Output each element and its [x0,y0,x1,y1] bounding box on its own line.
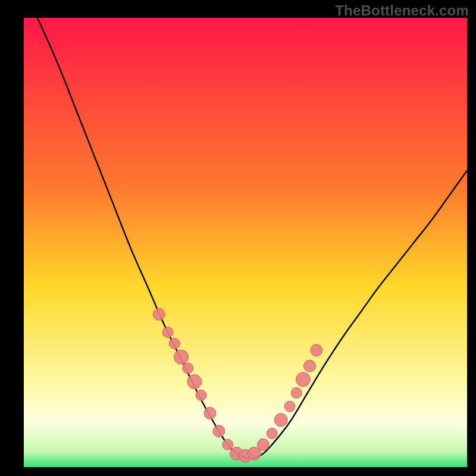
marker-point [311,345,322,356]
marker-point [257,439,269,450]
marker-point [296,372,310,387]
marker-point [304,360,316,372]
plot-area [24,18,467,467]
marker-point [267,428,277,439]
marker-point [196,390,206,400]
marker-point [174,350,189,364]
chart-frame: TheBottleneck.com [0,0,476,476]
marker-point [291,387,302,398]
gradient-background [24,18,467,467]
watermark-label: TheBottleneck.com [335,2,469,19]
marker-point [204,407,216,419]
bottleneck-plot [24,18,467,467]
marker-point [274,414,287,427]
marker-point [187,375,202,389]
marker-point [183,363,193,374]
marker-point [162,327,173,338]
marker-point [213,425,225,437]
marker-point [284,401,295,412]
marker-point [153,308,165,320]
marker-point [169,338,180,349]
marker-point [223,439,233,450]
